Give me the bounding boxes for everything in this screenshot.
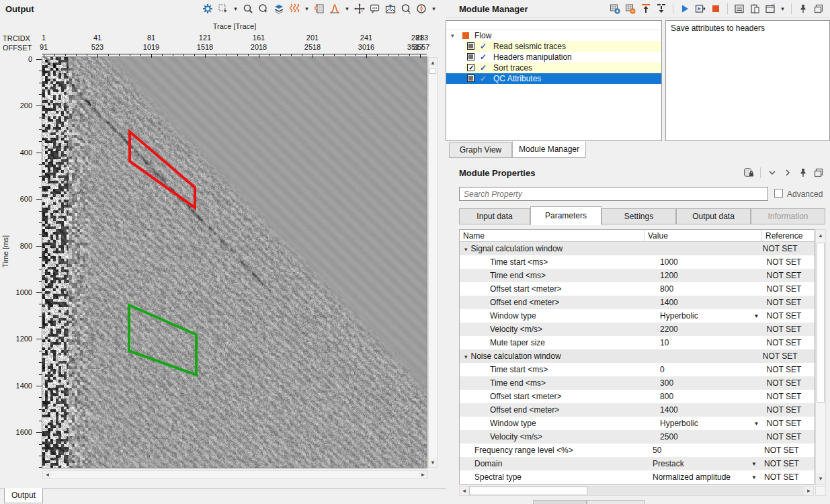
tab-settings[interactable]: Settings [601,208,676,224]
flow-list-icon[interactable] [733,3,745,14]
compass-icon[interactable] [415,3,427,14]
property-row[interactable]: Time start <ms>0NOT SET [460,363,815,376]
property-row[interactable]: Window typeHyperbolic▼NOT SET [460,417,815,430]
dropdown-caret-icon[interactable]: ▾ [431,5,437,12]
module-checkbox[interactable] [467,42,474,50]
lasso-pointer-icon[interactable] [257,3,269,14]
flow-tree-item[interactable]: ✓✓Sort traces [446,62,661,73]
dock-icon[interactable] [813,167,825,178]
column-header-value[interactable]: Value [645,230,762,241]
chevron-down-icon[interactable] [766,167,778,178]
new-window-icon[interactable] [764,3,776,14]
move-down-icon[interactable] [655,3,667,14]
column-header-reference[interactable]: Reference [762,230,815,241]
module-checkbox[interactable] [467,75,474,82]
expand-triangle-icon[interactable]: ▾ [451,30,454,41]
property-row[interactable]: ▾Signal calculation windowNOT SET [460,242,815,255]
property-value[interactable]: 1400 [657,298,763,307]
scroll-down-button[interactable]: ▼ [429,458,437,467]
search-property-input[interactable] [459,187,768,201]
properties-horizontal-scrollbar[interactable]: ◄ ► [459,486,814,496]
property-value[interactable]: Hyperbolic▼ [657,419,763,428]
column-header-name[interactable]: Name [460,230,645,241]
property-value[interactable]: 300 [657,378,763,388]
property-row[interactable]: Mute taper size10NOT SET [460,336,815,349]
tab-information[interactable]: Information [751,208,825,224]
property-value[interactable]: Hyperbolic▼ [657,311,763,321]
property-value[interactable]: 800 [657,284,763,294]
flow-tree-item[interactable]: ✓QC Attributes [446,73,661,84]
property-row[interactable]: Frequency range level <%>50NOT SET [460,444,815,457]
add-module-icon[interactable] [609,3,621,14]
expand-triangle-icon[interactable]: ▾ [464,353,468,360]
property-row[interactable]: Window typeHyperbolic▼NOT SET [460,309,815,323]
dropdown-caret-icon[interactable]: ▾ [344,5,350,12]
remove-module-icon[interactable] [624,3,636,14]
tab-parameters[interactable]: Parameters [530,206,601,225]
property-row[interactable]: Time end <ms>1200NOT SET [460,269,815,282]
vertical-scroll-thumb[interactable] [429,69,436,74]
spectrum-icon[interactable] [329,3,341,14]
tab-graph-view[interactable]: Graph View [449,142,512,158]
expand-triangle-icon[interactable]: ▾ [464,246,468,253]
horizontal-scroll-thumb[interactable] [469,487,587,495]
property-row[interactable]: Offset end <meter>1400NOT SET [460,296,815,309]
dock-icon[interactable] [813,3,825,14]
select-area-icon[interactable] [217,3,229,14]
dropdown-arrow-icon[interactable]: ▼ [754,421,763,427]
property-row[interactable]: Time start <ms>1000NOT SET [460,255,815,269]
trace-table-icon[interactable] [313,3,325,14]
pick-move-icon[interactable] [354,3,366,14]
paste-icon[interactable] [749,3,761,14]
flow-tree-item[interactable]: ✓Headers manipulation [446,52,661,62]
advanced-checkbox[interactable] [774,189,783,198]
output-bottom-tab[interactable]: Output [4,488,43,503]
scroll-right-button[interactable]: ► [804,487,813,495]
property-row[interactable]: ▾Noise calculation windowNOT SET [460,349,815,363]
dropdown-arrow-icon[interactable]: ▼ [751,461,761,467]
export-image-icon[interactable] [384,3,397,14]
database-lock-icon[interactable] [743,167,755,178]
tab-input-data[interactable]: Input data [459,208,530,224]
chevron-right-icon[interactable] [782,167,794,178]
property-row[interactable]: Spectral typeNormalized amplitude▼NOT SE… [460,470,815,484]
pin-icon[interactable] [797,167,809,178]
property-value[interactable]: 10 [657,338,763,347]
property-row[interactable]: Time end <ms>300NOT SET [460,376,815,390]
scroll-left-button[interactable]: ◄ [43,471,52,478]
property-value[interactable]: 1400 [657,405,763,415]
move-up-icon[interactable] [640,3,652,14]
vertical-scroll-thumb[interactable] [817,243,825,403]
dropdown-caret-icon[interactable]: ▾ [233,5,239,12]
dropdown-arrow-icon[interactable]: ▼ [754,313,763,319]
stop-icon[interactable] [710,3,722,14]
wiggle-display-icon[interactable] [288,3,300,14]
property-value[interactable]: 1000 [657,257,763,267]
property-row[interactable]: Velocity <m/s>2500NOT SET [460,430,815,444]
run-interactive-icon[interactable] [694,3,706,14]
module-checkbox[interactable] [467,53,474,60]
property-row[interactable]: Velocity <m/s>2200NOT SET [460,323,815,336]
dropdown-caret-icon[interactable]: ▾ [780,5,786,12]
run-flow-icon[interactable] [679,3,691,14]
flow-tree-root[interactable]: ▾Flow [446,30,661,41]
property-value[interactable]: 2500 [657,432,763,442]
settings-gear-icon[interactable] [202,3,214,14]
module-checkbox[interactable]: ✓ [467,64,474,71]
tab-module-manager[interactable]: Module Manager [512,141,586,158]
dropdown-caret-icon[interactable]: ▾ [304,5,310,12]
property-row[interactable]: Offset start <meter>800NOT SET [460,282,815,296]
property-value[interactable]: 1200 [657,271,763,280]
comment-icon[interactable] [369,3,381,14]
scroll-down-button[interactable]: ▼ [816,473,825,484]
property-value[interactable]: 50 [649,446,761,455]
seismic-image[interactable] [42,57,427,468]
property-value[interactable]: Prestack▼ [649,459,761,468]
property-row[interactable]: Offset start <meter>800NOT SET [460,390,815,403]
scroll-up-button[interactable]: ▲ [429,58,437,67]
dropdown-arrow-icon[interactable]: ▼ [751,474,761,480]
scroll-up-button[interactable]: ▲ [816,230,825,241]
pin-icon[interactable] [797,3,809,14]
plot-vertical-scrollbar[interactable]: ▲ ▼ [428,57,438,468]
property-row[interactable]: DomainPrestack▼NOT SET [460,457,815,470]
